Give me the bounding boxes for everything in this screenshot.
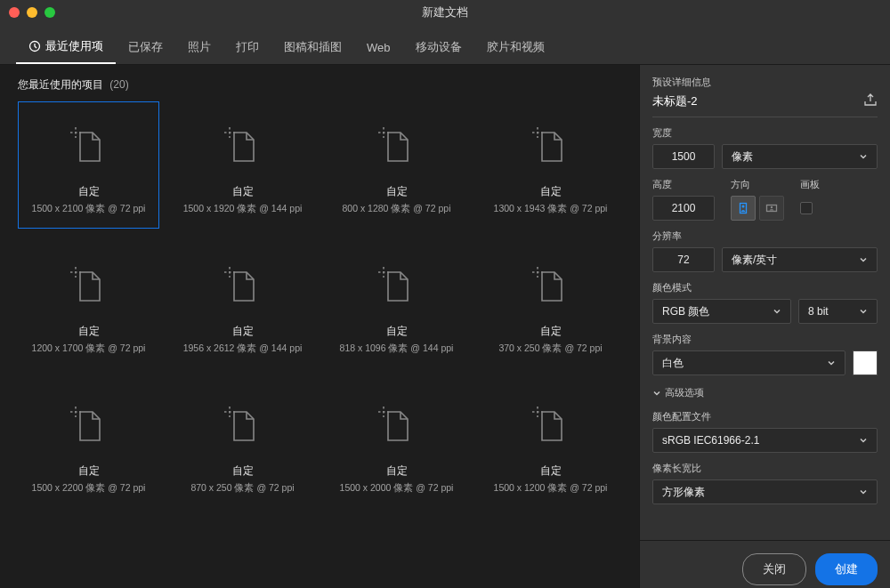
- tab-label: 胶片和视频: [487, 39, 545, 55]
- preset-item[interactable]: 自定1500 x 2000 像素 @ 72 ppi: [326, 381, 467, 508]
- preset-item[interactable]: 自定818 x 1096 像素 @ 144 ppi: [326, 241, 467, 368]
- chevron-down-icon: [859, 255, 868, 264]
- preset-name: 自定: [78, 463, 100, 479]
- tab-0[interactable]: 最近使用项: [16, 30, 116, 64]
- document-icon: [212, 394, 274, 456]
- create-button[interactable]: 创建: [815, 553, 878, 585]
- preset-name: 自定: [540, 324, 562, 339]
- preset-name: 自定: [232, 463, 254, 479]
- background-color-swatch[interactable]: [853, 350, 878, 375]
- preset-item[interactable]: 自定1500 x 1200 像素 @ 72 ppi: [480, 381, 621, 508]
- bit-depth-select[interactable]: 8 bit: [798, 299, 878, 324]
- preset-name: 自定: [232, 184, 254, 199]
- tab-2[interactable]: 照片: [175, 30, 223, 64]
- preset-dimensions: 1500 x 2100 像素 @ 72 ppi: [32, 203, 146, 215]
- artboard-checkbox[interactable]: [800, 202, 813, 214]
- tab-label: Web: [367, 41, 391, 54]
- chevron-down-icon: [859, 152, 868, 161]
- document-icon: [366, 115, 428, 177]
- document-icon: [520, 115, 582, 177]
- maximize-window-icon[interactable]: [44, 7, 55, 18]
- preset-item[interactable]: 自定1500 x 2200 像素 @ 72 ppi: [18, 381, 159, 508]
- preset-item[interactable]: 自定870 x 250 像素 @ 72 ppi: [172, 381, 313, 508]
- preset-item[interactable]: 自定1200 x 1700 像素 @ 72 ppi: [18, 241, 159, 368]
- preset-name: 自定: [78, 184, 100, 199]
- document-icon: [58, 115, 120, 177]
- orientation-label: 方向: [731, 178, 784, 191]
- preset-dimensions: 1956 x 2612 像素 @ 144 ppi: [183, 342, 303, 355]
- resolution-label: 分辨率: [652, 230, 878, 243]
- presets-panel: 您最近使用的项目 (20) 自定1500 x 2100 像素 @ 72 ppi自…: [0, 65, 639, 588]
- tab-label: 打印: [236, 39, 259, 55]
- color-mode-label: 颜色模式: [652, 281, 878, 294]
- portrait-orientation-button[interactable]: [731, 196, 756, 221]
- document-icon: [366, 394, 428, 456]
- tab-label: 最近使用项: [45, 38, 103, 54]
- window-title: 新建文档: [422, 4, 468, 20]
- document-icon: [212, 115, 274, 177]
- preset-item[interactable]: 自定1500 x 1920 像素 @ 144 ppi: [172, 101, 313, 229]
- preset-name: 自定: [78, 324, 100, 339]
- preset-dimensions: 1500 x 1200 像素 @ 72 ppi: [494, 482, 608, 495]
- document-name-input[interactable]: [652, 94, 830, 108]
- category-tabs: 最近使用项已保存照片打印图稿和插图Web移动设备胶片和视频: [0, 25, 890, 65]
- close-window-icon[interactable]: [9, 7, 20, 18]
- recent-header: 您最近使用的项目 (20): [0, 65, 639, 101]
- resolution-unit-select[interactable]: 像素/英寸: [722, 247, 878, 272]
- color-mode-select[interactable]: RGB 颜色: [652, 299, 791, 324]
- document-icon: [58, 254, 120, 317]
- document-icon: [58, 394, 120, 456]
- width-unit-select[interactable]: 像素: [722, 144, 878, 169]
- details-header: 预设详细信息: [652, 76, 878, 89]
- width-input[interactable]: 1500: [652, 144, 715, 169]
- tab-4[interactable]: 图稿和插图: [271, 30, 354, 64]
- preset-dimensions: 1200 x 1700 像素 @ 72 ppi: [32, 342, 146, 355]
- preset-dimensions: 370 x 250 像素 @ 72 ppi: [498, 342, 602, 355]
- save-preset-icon[interactable]: [863, 93, 878, 109]
- resolution-input[interactable]: 72: [652, 247, 715, 272]
- svg-point-2: [742, 205, 745, 208]
- background-select[interactable]: 白色: [652, 350, 846, 375]
- chevron-down-icon: [859, 307, 868, 316]
- titlebar: 新建文档: [0, 0, 890, 25]
- tab-7[interactable]: 胶片和视频: [474, 30, 557, 64]
- background-label: 背景内容: [652, 333, 878, 346]
- document-icon: [212, 254, 274, 317]
- preset-name: 自定: [232, 324, 254, 339]
- preset-name: 自定: [386, 184, 408, 199]
- preset-name: 自定: [540, 184, 562, 199]
- recent-count: (20): [109, 78, 128, 91]
- preset-dimensions: 1500 x 1920 像素 @ 144 ppi: [183, 203, 303, 215]
- preset-item[interactable]: 自定800 x 1280 像素 @ 72 ppi: [326, 101, 467, 229]
- tab-6[interactable]: 移动设备: [403, 30, 474, 64]
- preset-item[interactable]: 自定370 x 250 像素 @ 72 ppi: [480, 241, 621, 368]
- close-button[interactable]: 关闭: [742, 553, 806, 585]
- preset-dimensions: 800 x 1280 像素 @ 72 ppi: [343, 203, 451, 215]
- color-profile-label: 颜色配置文件: [652, 410, 878, 423]
- preset-name: 自定: [540, 463, 562, 479]
- pixel-ratio-select[interactable]: 方形像素: [652, 479, 878, 504]
- tab-label: 照片: [188, 39, 211, 55]
- landscape-orientation-button[interactable]: [759, 196, 784, 221]
- tab-3[interactable]: 打印: [223, 30, 271, 64]
- preset-item[interactable]: 自定1956 x 2612 像素 @ 144 ppi: [172, 241, 313, 368]
- tab-5[interactable]: Web: [354, 30, 403, 64]
- advanced-options-toggle[interactable]: 高级选项: [652, 386, 878, 399]
- chevron-down-icon: [773, 307, 781, 316]
- document-icon: [520, 254, 582, 317]
- tab-label: 图稿和插图: [284, 39, 342, 55]
- tab-label: 移动设备: [416, 39, 462, 55]
- artboard-label: 画板: [800, 178, 820, 191]
- color-profile-select[interactable]: sRGB IEC61966-2.1: [652, 428, 878, 453]
- height-input[interactable]: 2100: [652, 196, 715, 221]
- minimize-window-icon[interactable]: [27, 7, 37, 18]
- preset-item[interactable]: 自定1500 x 2100 像素 @ 72 ppi: [18, 101, 159, 229]
- chevron-down-icon: [859, 487, 868, 496]
- tab-1[interactable]: 已保存: [116, 30, 175, 64]
- preset-dimensions: 1500 x 2000 像素 @ 72 ppi: [340, 482, 454, 495]
- document-icon: [520, 394, 582, 456]
- preset-item[interactable]: 自定1300 x 1943 像素 @ 72 ppi: [480, 101, 621, 229]
- preset-name: 自定: [386, 324, 408, 339]
- presets-grid: 自定1500 x 2100 像素 @ 72 ppi自定1500 x 1920 像…: [0, 101, 639, 526]
- chevron-down-icon: [652, 389, 661, 398]
